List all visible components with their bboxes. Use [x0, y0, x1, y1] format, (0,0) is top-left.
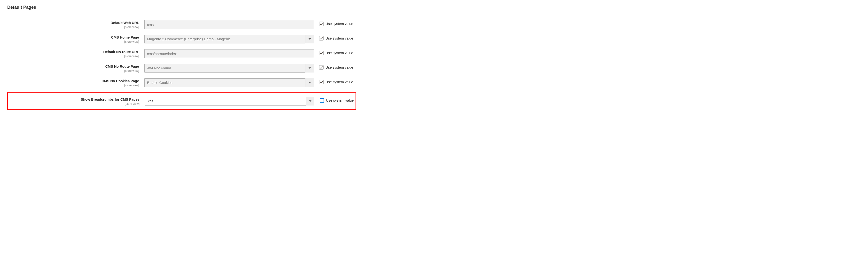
use-system-checkbox[interactable] [319, 51, 323, 55]
field-scope: [store view] [9, 25, 139, 29]
use-system-label: Use system value [326, 99, 353, 102]
default-no-route-url-input[interactable] [144, 49, 314, 58]
use-system-label: Use system value [326, 22, 353, 26]
section-title: Default Pages [7, 5, 356, 10]
field-show-breadcrumbs: Show Breadcrumbs for CMS Pages [store vi… [7, 92, 356, 110]
chevron-down-icon [305, 78, 314, 87]
control-col: Enable Cookies [144, 78, 314, 87]
control-col: Yes [145, 97, 314, 106]
field-label: Show Breadcrumbs for CMS Pages [9, 97, 140, 102]
field-cms-no-cookies-page: CMS No Cookies Page [store view] Enable … [7, 78, 356, 88]
field-cms-no-route-page: CMS No Route Page [store view] 404 Not F… [7, 63, 356, 73]
field-scope: [store view] [9, 102, 140, 106]
select-value: Magento 2 Commerce (Enterprise) Demo - M… [144, 35, 314, 44]
field-default-no-route-url: Default No-route URL [store view] Use sy… [7, 49, 356, 58]
label-col: CMS No Cookies Page [store view] [9, 78, 144, 87]
control-col [144, 49, 314, 58]
system-value-col: Use system value [314, 78, 353, 84]
field-label: CMS Home Page [9, 35, 139, 40]
field-scope: [store view] [9, 69, 139, 73]
system-value-col: Use system value [314, 35, 353, 40]
default-web-url-input[interactable] [144, 20, 314, 29]
control-col: Magento 2 Commerce (Enterprise) Demo - M… [144, 35, 314, 44]
control-col [144, 20, 314, 29]
label-col: Show Breadcrumbs for CMS Pages [store vi… [9, 97, 145, 106]
field-label: CMS No Cookies Page [9, 79, 139, 83]
label-col: Default No-route URL [store view] [9, 49, 144, 58]
system-value-col: Use system value [314, 97, 353, 103]
chevron-down-icon [305, 35, 314, 44]
field-scope: [store view] [9, 84, 139, 87]
system-value-col: Use system value [314, 64, 353, 70]
use-system-label: Use system value [326, 65, 353, 70]
use-system-checkbox[interactable] [319, 22, 323, 26]
label-col: Default Web URL [store view] [9, 20, 144, 29]
use-system-checkbox[interactable] [319, 80, 323, 84]
select-value: Yes [145, 97, 314, 106]
use-system-label: Use system value [326, 80, 353, 84]
use-system-checkbox[interactable] [320, 98, 324, 103]
field-label: Default No-route URL [9, 50, 139, 54]
label-col: CMS No Route Page [store view] [9, 64, 144, 73]
use-system-checkbox[interactable] [319, 65, 323, 70]
chevron-down-icon [306, 97, 314, 106]
chevron-down-icon [305, 64, 314, 73]
select-value: 404 Not Found [144, 64, 314, 73]
field-label: CMS No Route Page [9, 64, 139, 69]
cms-no-route-page-select[interactable]: 404 Not Found [144, 64, 314, 73]
label-col: CMS Home Page [store view] [9, 35, 144, 44]
field-label: Default Web URL [9, 21, 139, 25]
cms-home-page-select[interactable]: Magento 2 Commerce (Enterprise) Demo - M… [144, 35, 314, 44]
select-value: Enable Cookies [144, 78, 314, 87]
system-value-col: Use system value [314, 49, 353, 55]
show-breadcrumbs-select[interactable]: Yes [145, 97, 314, 106]
field-cms-home-page: CMS Home Page [store view] Magento 2 Com… [7, 34, 356, 44]
use-system-label: Use system value [326, 36, 353, 40]
field-scope: [store view] [9, 55, 139, 58]
system-value-col: Use system value [314, 20, 353, 26]
cms-no-cookies-page-select[interactable]: Enable Cookies [144, 78, 314, 87]
use-system-label: Use system value [326, 51, 353, 55]
control-col: 404 Not Found [144, 64, 314, 73]
use-system-checkbox[interactable] [319, 36, 323, 40]
field-scope: [store view] [9, 40, 139, 44]
field-default-web-url: Default Web URL [store view] Use system … [7, 20, 356, 29]
